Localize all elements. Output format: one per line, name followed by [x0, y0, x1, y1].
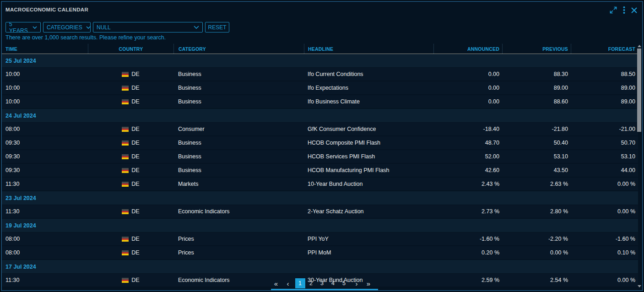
category-cell: Consumer	[173, 126, 304, 132]
page-button-1[interactable]: 1	[295, 278, 305, 288]
country-code: DE	[131, 153, 139, 160]
germany-flag-icon	[122, 141, 129, 146]
category-cell: Business	[173, 167, 304, 173]
headline-cell: PPI YoY	[304, 236, 433, 242]
previous-cell: 53.10	[502, 153, 571, 160]
country-code: DE	[131, 98, 139, 105]
event-row[interactable]: 10:00DEBusinessIfo Business Climate0.008…	[2, 95, 638, 109]
country-cell: DE	[88, 153, 173, 160]
column-header-forecast[interactable]: FORECAST	[571, 44, 638, 54]
reset-button[interactable]: RESET	[205, 22, 229, 32]
next-page-button[interactable]: ›	[352, 278, 362, 288]
vertical-scrollbar-thumb[interactable]	[637, 49, 641, 132]
country-code: DE	[131, 181, 139, 187]
calendar-table-body: 25 Jul 202410:00DEBusinessIfo Current Co…	[2, 54, 638, 287]
expand-icon[interactable]	[609, 6, 617, 14]
country-select-value: NULL	[97, 24, 111, 31]
country-select[interactable]: NULL	[93, 22, 203, 32]
announced-cell: 2.43 %	[433, 181, 502, 187]
prev-page-button[interactable]: ‹	[283, 278, 293, 288]
germany-flag-icon	[122, 72, 129, 77]
page-button-3[interactable]: 3	[317, 278, 327, 288]
country-code: DE	[131, 85, 139, 91]
first-page-button[interactable]: «	[271, 278, 281, 288]
column-header-previous[interactable]: PREVIOUS	[502, 44, 571, 54]
vertical-scrollbar	[637, 45, 642, 282]
previous-cell: -2.20 %	[502, 236, 571, 242]
forecast-cell: -1.60 %	[571, 236, 638, 242]
event-row[interactable]: 11:30DEEconomic Indicators2-Year Schatz …	[2, 205, 638, 219]
scroll-up-icon[interactable]	[638, 45, 641, 47]
event-row[interactable]: 11:30DEMarkets10-Year Bund Auction2.43 %…	[2, 178, 638, 191]
event-row[interactable]: 08:00DEPricesPPI MoM0.20 %0.00 %0.10 %	[2, 246, 638, 260]
horizontal-scrollbar-thumb[interactable]	[271, 289, 378, 290]
column-header-announced[interactable]: ANNOUNCED	[433, 44, 502, 54]
forecast-cell: 0.00 %	[571, 208, 638, 215]
previous-cell: 2.54 %	[502, 277, 571, 283]
date-group-label: 19 Jul 2024	[5, 222, 36, 229]
period-select[interactable]: 5 YEARS	[5, 22, 41, 32]
close-icon[interactable]	[631, 7, 638, 14]
germany-flag-icon	[122, 182, 129, 187]
category-cell: Prices	[173, 249, 304, 256]
event-row[interactable]: 09:30DEBusinessHCOB Services PMI Flash52…	[2, 150, 638, 164]
calendar-table: TIME COUNTRY CATEGORY HEADLINE ANNOUNCED…	[2, 44, 638, 290]
headline-cell: PPI MoM	[304, 249, 433, 256]
pagination: « ‹ 12345 › »	[271, 278, 373, 288]
country-cell: DE	[88, 126, 173, 132]
country-cell: DE	[88, 167, 173, 173]
column-header-category[interactable]: CATEGORY	[173, 44, 304, 54]
event-row[interactable]: 10:00DEBusinessIfo Expectations0.0089.00…	[2, 81, 638, 95]
page-button-2[interactable]: 2	[306, 278, 316, 288]
window-controls	[609, 6, 638, 14]
germany-flag-icon	[122, 250, 129, 255]
country-cell: DE	[88, 140, 173, 146]
column-header-country[interactable]: COUNTRY	[88, 44, 173, 54]
event-row[interactable]: 09:30DEBusinessHCOB Composite PMI Flash4…	[2, 136, 638, 150]
germany-flag-icon	[122, 278, 129, 283]
category-cell: Prices	[173, 236, 304, 242]
previous-cell: 2.80 %	[502, 208, 571, 215]
announced-cell: 0.00	[433, 98, 502, 105]
macroeconomic-calendar-window: MACROECONOMIC CALENDAR 5 YEARS	[1, 1, 643, 291]
country-cell: DE	[88, 249, 173, 256]
previous-cell: 88.30	[502, 71, 571, 77]
event-row[interactable]: 10:00DEBusinessIfo Current Conditions0.0…	[2, 68, 638, 81]
headline-cell: Ifo Expectations	[304, 85, 433, 91]
time-cell: 09:30	[2, 140, 88, 146]
column-header-time[interactable]: TIME	[2, 44, 88, 54]
scroll-down-icon[interactable]	[638, 285, 641, 287]
germany-flag-icon	[122, 237, 129, 242]
category-cell: Business	[173, 71, 304, 77]
announced-cell: 52.00	[433, 153, 502, 160]
germany-flag-icon	[122, 154, 129, 159]
event-row[interactable]: 08:00DEPricesPPI YoY-1.60 %-2.20 %-1.60 …	[2, 233, 638, 246]
time-cell: 11:30	[2, 181, 88, 187]
event-row[interactable]: 09:30DEBusinessHCOB Manufacturing PMI Fl…	[2, 164, 638, 178]
column-header-headline[interactable]: HEADLINE	[304, 44, 433, 54]
filter-bar: 5 YEARS CATEGORIES NULL RESET	[5, 22, 229, 32]
country-code: DE	[131, 249, 139, 256]
time-cell: 08:00	[2, 236, 88, 242]
headline-cell: Ifo Business Climate	[304, 98, 433, 105]
chevron-down-icon	[32, 26, 37, 29]
last-page-button[interactable]: »	[363, 278, 373, 288]
previous-cell: 88.60	[502, 98, 571, 105]
announced-cell: 48.70	[433, 140, 502, 146]
chevron-down-icon	[194, 26, 199, 29]
time-cell: 08:00	[2, 126, 88, 132]
page-button-5[interactable]: 5	[339, 278, 349, 288]
kebab-menu-icon[interactable]	[623, 6, 625, 14]
event-row[interactable]: 08:00DEConsumerGfK Consumer Confidence-1…	[2, 123, 638, 136]
categories-select[interactable]: CATEGORIES	[43, 22, 91, 32]
announced-cell: 2.73 %	[433, 208, 502, 215]
headline-cell: 10-Year Bund Auction	[304, 181, 433, 187]
germany-flag-icon	[122, 168, 129, 173]
page-button-4[interactable]: 4	[328, 278, 338, 288]
country-code: DE	[131, 126, 139, 132]
date-group-row: 17 Jul 2024	[2, 260, 638, 274]
headline-cell: 2-Year Schatz Auction	[304, 208, 433, 215]
headline-cell: GfK Consumer Confidence	[304, 126, 433, 132]
announced-cell: -1.60 %	[433, 236, 502, 242]
time-cell: 11:30	[2, 208, 88, 215]
